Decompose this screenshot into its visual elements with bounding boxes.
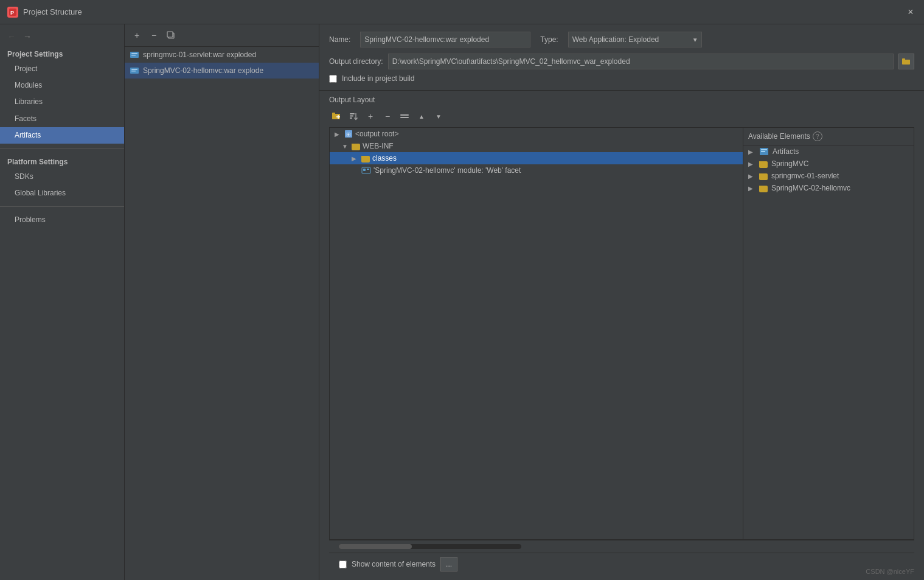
layout-up-btn[interactable]: ▲ bbox=[414, 109, 429, 124]
output-dir-input[interactable] bbox=[388, 54, 894, 69]
available-springmvc-servlet[interactable]: ▶ springmvc-01-servlet bbox=[743, 170, 914, 182]
main-content: ← → Project Settings Project Modules Lib… bbox=[0, 24, 924, 580]
svg-rect-11 bbox=[902, 58, 905, 61]
project-structure-window: P Project Structure × ← → Project Settin… bbox=[0, 0, 924, 580]
app-icon: P bbox=[7, 7, 18, 18]
svg-rect-8 bbox=[131, 69, 137, 70]
layout-tree: ▶ ⊞ <output root> ▼ bbox=[330, 128, 743, 539]
output-dir-row: Output directory: bbox=[329, 54, 914, 69]
include-in-build-label: Include in project build bbox=[342, 74, 414, 83]
show-content-row: Show content of elements ... bbox=[329, 553, 914, 575]
type-label: Type: bbox=[540, 35, 558, 44]
svg-rect-28 bbox=[761, 151, 765, 152]
layout-available: Available Elements ? ▶ bbox=[743, 128, 914, 539]
include-build-row: Include in project build bbox=[329, 74, 914, 83]
artifact-item-1[interactable]: SpringMVC-02-hellomvc:war explode bbox=[125, 63, 319, 79]
output-root-icon: ⊞ bbox=[344, 130, 353, 138]
layout-down-btn[interactable]: ▼ bbox=[431, 109, 446, 124]
folder-webinf-icon bbox=[352, 144, 360, 150]
add-artifact-button[interactable]: + bbox=[130, 28, 144, 43]
sort-icon bbox=[349, 112, 358, 121]
available-elements-header: Available Elements ? bbox=[743, 128, 914, 145]
artifacts-icon bbox=[759, 147, 769, 156]
copy-icon bbox=[167, 31, 175, 40]
svg-text:⊞: ⊞ bbox=[346, 131, 351, 138]
sidebar-divider bbox=[0, 148, 124, 149]
folder-springmvc-icon bbox=[759, 161, 768, 168]
artifact-item-0[interactable]: springmvc-01-servlet:war exploded bbox=[125, 47, 319, 63]
show-content-button[interactable]: ... bbox=[440, 557, 457, 571]
layout-split: ▶ ⊞ <output root> ▼ bbox=[329, 127, 914, 540]
sidebar-item-libraries[interactable]: Libraries bbox=[0, 94, 124, 110]
include-in-build-checkbox[interactable] bbox=[329, 75, 337, 83]
help-icon[interactable]: ? bbox=[813, 131, 822, 141]
close-button[interactable]: × bbox=[905, 7, 917, 18]
svg-rect-19 bbox=[400, 114, 409, 116]
tree-row-classes[interactable]: ▶ classes bbox=[330, 152, 743, 164]
svg-rect-17 bbox=[350, 116, 353, 117]
folder-servlet-icon bbox=[759, 173, 768, 180]
output-layout-section: Output Layout bbox=[319, 91, 924, 580]
svg-rect-13 bbox=[332, 113, 335, 115]
available-artifacts[interactable]: ▶ Artifacts bbox=[743, 145, 914, 158]
svg-rect-25 bbox=[367, 169, 369, 170]
sidebar-item-sdks[interactable]: SDKs bbox=[0, 169, 124, 185]
layout-content: + − ▲ bbox=[329, 109, 914, 575]
type-select[interactable]: Web Application: Exploded bbox=[568, 32, 702, 47]
svg-rect-20 bbox=[400, 117, 409, 118]
folder-hellomvc-icon bbox=[759, 186, 768, 192]
scrollbar-track[interactable] bbox=[339, 544, 521, 549]
remove-artifact-button[interactable]: − bbox=[147, 28, 161, 43]
expand-classes-icon: ▶ bbox=[352, 155, 359, 162]
sidebar-item-problems[interactable]: Problems bbox=[0, 212, 124, 228]
sidebar-item-global-libraries[interactable]: Global Libraries bbox=[0, 185, 124, 201]
sidebar-item-facets[interactable]: Facets bbox=[0, 111, 124, 127]
title-bar: P Project Structure × bbox=[0, 0, 924, 24]
tree-row-webinf[interactable]: ▼ WEB-INF bbox=[330, 140, 743, 152]
svg-rect-18 bbox=[350, 117, 352, 119]
show-content-label: Show content of elements bbox=[352, 560, 436, 568]
sidebar-item-modules[interactable]: Modules bbox=[0, 77, 124, 94]
scrollbar-thumb[interactable] bbox=[339, 544, 412, 549]
folder-browse-icon bbox=[902, 58, 911, 65]
layout-sort-btn[interactable] bbox=[346, 109, 361, 124]
forward-arrow[interactable]: → bbox=[21, 30, 34, 43]
artifact-list-area: + − bbox=[125, 24, 319, 580]
svg-text:P: P bbox=[10, 10, 14, 16]
name-input[interactable] bbox=[360, 32, 530, 47]
artifact-war-icon-0 bbox=[130, 50, 139, 60]
svg-rect-9 bbox=[131, 71, 136, 72]
copy-artifact-button[interactable] bbox=[164, 28, 178, 43]
layout-reorder-btn[interactable] bbox=[397, 109, 412, 124]
sidebar-item-project[interactable]: Project bbox=[0, 61, 124, 77]
back-arrow[interactable]: ← bbox=[5, 30, 18, 43]
output-layout-title: Output Layout bbox=[329, 96, 914, 104]
svg-rect-3 bbox=[167, 32, 173, 37]
artifact-toolbar: + − bbox=[125, 24, 319, 47]
tree-row-module-facet[interactable]: 'SpringMVC-02-hellomvc' module: 'Web' fa… bbox=[330, 164, 743, 176]
reorder-icon bbox=[400, 112, 409, 121]
svg-rect-24 bbox=[363, 169, 366, 171]
project-settings-header: Project Settings bbox=[0, 46, 124, 61]
expand-servlet-icon: ▶ bbox=[748, 173, 756, 180]
sidebar-divider-2 bbox=[0, 206, 124, 207]
available-springmvc[interactable]: ▶ SpringMVC bbox=[743, 158, 914, 170]
available-springmvc-hellomvc[interactable]: ▶ SpringMVC-02-hellomvc bbox=[743, 182, 914, 194]
expand-springmvc-icon: ▶ bbox=[748, 161, 756, 167]
artifact-config-header: Name: Type: Web Application: Exploded ▼ … bbox=[319, 24, 924, 91]
type-select-wrapper: Web Application: Exploded ▼ bbox=[568, 32, 702, 47]
expand-webinf-icon: ▼ bbox=[342, 143, 349, 150]
expand-root-icon: ▶ bbox=[335, 131, 342, 138]
platform-settings-header: Platform Settings bbox=[0, 154, 124, 169]
layout-add-btn[interactable]: + bbox=[363, 109, 378, 124]
layout-folder-btn[interactable] bbox=[329, 109, 344, 124]
tree-row-output-root[interactable]: ▶ ⊞ <output root> bbox=[330, 128, 743, 140]
svg-rect-6 bbox=[131, 55, 136, 56]
show-content-checkbox[interactable] bbox=[339, 561, 347, 568]
sidebar-item-artifacts[interactable]: Artifacts bbox=[0, 127, 124, 144]
expand-hellomvc-icon: ▶ bbox=[748, 185, 756, 192]
layout-toolbar: + − ▲ bbox=[329, 109, 914, 124]
browse-output-dir-button[interactable] bbox=[898, 54, 914, 69]
layout-remove-btn[interactable]: − bbox=[380, 109, 395, 124]
sidebar: ← → Project Settings Project Modules Lib… bbox=[0, 24, 125, 580]
